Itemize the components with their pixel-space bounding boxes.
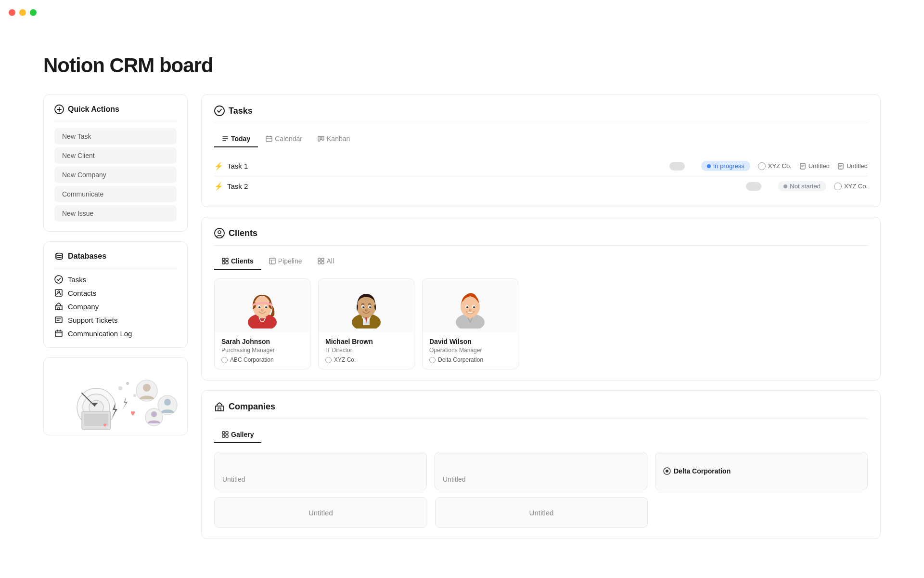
svg-rect-29 (322, 136, 324, 140)
svg-point-48 (258, 306, 260, 308)
client-avatar-sarah (215, 279, 310, 332)
svg-rect-37 (226, 262, 228, 264)
sidebar-item-support[interactable]: Support Tickets (54, 315, 177, 324)
status-dot (783, 184, 787, 188)
list-item[interactable]: Untitled (214, 497, 427, 528)
sidebar-item-tasks[interactable]: Tasks (54, 275, 177, 284)
databases-card: Databases Tasks (43, 241, 188, 348)
new-issue-button[interactable]: New Issue (54, 205, 177, 222)
task-2-toggle[interactable] (746, 182, 761, 191)
svg-rect-36 (222, 262, 225, 264)
svg-rect-6 (58, 308, 60, 310)
svg-rect-38 (270, 258, 275, 264)
svg-point-2 (55, 276, 63, 283)
svg-rect-31 (838, 163, 843, 169)
sidebar-illustration (44, 358, 187, 435)
bolt-icon-1: ⚡ (214, 162, 223, 171)
companies-building-icon (214, 401, 225, 412)
sidebar-item-contacts[interactable]: Contacts (54, 289, 177, 297)
companies-gallery: Untitled Untitled Delta Corporation (214, 452, 868, 490)
clients-section: Clients Clients (201, 217, 881, 381)
minimize-button[interactable] (19, 9, 26, 16)
company-circle-icon-2 (834, 183, 842, 190)
task-1-doc1: Untitled (799, 162, 830, 170)
task-2-company: XYZ Co. (834, 183, 868, 190)
plus-circle-icon (54, 105, 64, 114)
task-1-doc2: Untitled (837, 162, 868, 170)
task-1-meta: In progress XYZ Co. (701, 161, 868, 171)
svg-rect-26 (266, 136, 272, 142)
list-item[interactable]: Delta Corporation (655, 452, 868, 490)
communicate-button[interactable]: Communicate (54, 186, 177, 202)
client-name: David Wilson (429, 338, 511, 345)
contacts-icon (54, 289, 63, 297)
svg-rect-39 (318, 258, 321, 261)
task-1-toggle[interactable] (669, 162, 685, 171)
quick-actions-list: New Task New Client New Company Communic… (54, 128, 177, 222)
new-task-button[interactable]: New Task (54, 128, 177, 144)
svg-point-1 (56, 253, 63, 256)
svg-rect-70 (226, 435, 228, 437)
svg-rect-8 (55, 331, 62, 337)
client-info-david: David Wilson Operations Manager Delta Co… (423, 332, 518, 369)
quick-actions-card: Quick Actions New Task New Client New Co… (43, 94, 188, 232)
list-item[interactable]: Untitled (214, 452, 427, 490)
close-button[interactable] (9, 9, 15, 16)
client-avatar-david (423, 279, 518, 332)
client-info-sarah: Sarah Johnson Purchasing Manager ABC Cor… (215, 332, 310, 369)
company-icon (54, 302, 63, 311)
tasks-section: Tasks Today (201, 94, 881, 207)
grid-icon (222, 258, 229, 264)
page-title: Notion CRM board (43, 54, 881, 77)
tasks-list: ⚡ Task 1 In progress (214, 156, 868, 196)
status-dot (707, 164, 711, 168)
databases-list: Tasks Contacts (54, 275, 177, 338)
svg-point-4 (58, 291, 60, 293)
svg-point-56 (362, 306, 364, 308)
company-icon-david (429, 357, 436, 363)
maximize-button[interactable] (30, 9, 37, 16)
list-item[interactable]: Sarah Johnson Purchasing Manager ABC Cor… (214, 278, 310, 369)
database-icon (54, 251, 64, 261)
task-1-company: XYZ Co. (758, 162, 792, 170)
companies-section: Companies Gallery (201, 390, 881, 539)
list-item[interactable]: David Wilson Operations Manager Delta Co… (422, 278, 518, 369)
list-item[interactable]: Untitled (435, 497, 648, 528)
calendar-icon (54, 329, 63, 338)
titlebar (0, 0, 924, 25)
new-client-button[interactable]: New Client (54, 147, 177, 164)
bottom-card-empty (655, 497, 868, 528)
tab-today[interactable]: Today (214, 131, 258, 147)
svg-rect-28 (321, 136, 322, 140)
tab-clients[interactable]: Clients (214, 253, 261, 270)
new-company-button[interactable]: New Company (54, 167, 177, 183)
companies-bottom-cards: Untitled Untitled (214, 497, 868, 528)
client-role: IT Director (325, 347, 407, 354)
svg-rect-68 (226, 432, 228, 434)
task-2-meta: Not started XYZ Co. (778, 181, 868, 191)
gallery-grid-icon (222, 431, 229, 438)
list-item[interactable]: Untitled (435, 452, 647, 490)
tasks-header: Tasks (214, 105, 868, 123)
svg-rect-35 (226, 258, 228, 261)
clients-person-icon (214, 228, 225, 238)
list-item[interactable]: Michael Brown IT Director XYZ Co. (318, 278, 414, 369)
svg-point-17 (143, 384, 151, 392)
client-name: Michael Brown (325, 338, 407, 345)
tab-all[interactable]: All (310, 253, 342, 270)
sidebar-item-communication[interactable]: Communication Log (54, 329, 177, 338)
tab-kanban[interactable]: Kanban (310, 131, 358, 147)
bolt-icon-2: ⚡ (214, 182, 223, 191)
svg-point-23 (126, 382, 129, 385)
svg-point-32 (215, 228, 224, 238)
client-info-michael: Michael Brown IT Director XYZ Co. (319, 332, 414, 369)
tab-calendar[interactable]: Calendar (258, 131, 310, 147)
support-icon (54, 315, 63, 324)
company-icon-sarah (221, 357, 228, 363)
sidebar-item-company[interactable]: Company (54, 302, 177, 311)
tab-gallery[interactable]: Gallery (214, 427, 261, 443)
svg-point-49 (265, 306, 267, 308)
svg-point-22 (118, 386, 122, 390)
svg-point-64 (473, 306, 475, 308)
tab-pipeline[interactable]: Pipeline (261, 253, 310, 270)
